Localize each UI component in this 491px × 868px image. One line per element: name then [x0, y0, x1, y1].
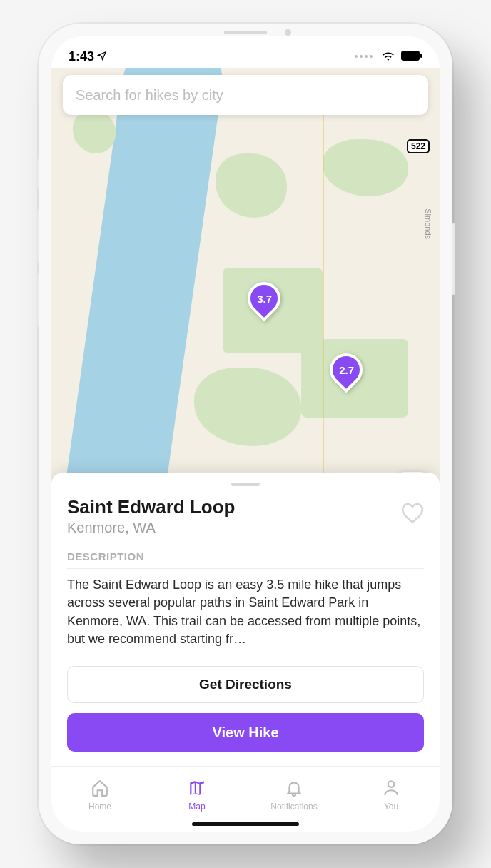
- status-time: 1:43: [69, 49, 94, 64]
- route-badge: 522: [407, 139, 430, 153]
- hike-detail-card[interactable]: Saint Edward Loop Kenmore, WA DESCRIPTIO…: [51, 473, 440, 766]
- more-dots-icon: [355, 55, 373, 58]
- svg-point-2: [388, 781, 395, 787]
- green-area: [73, 111, 116, 153]
- speaker-grille: [224, 31, 267, 34]
- home-indicator[interactable]: [192, 822, 299, 826]
- tab-label: Home: [88, 802, 111, 812]
- side-button: [36, 159, 39, 188]
- tab-label: Notifications: [270, 802, 317, 812]
- pin-rating: 2.7: [339, 364, 354, 376]
- tab-label: Map: [188, 802, 205, 812]
- drag-handle[interactable]: [231, 483, 260, 486]
- status-bar: 1:43: [51, 36, 440, 68]
- pin-rating: 3.7: [257, 293, 272, 305]
- road-line: [323, 96, 324, 496]
- location-arrow-icon: [97, 49, 107, 64]
- green-area: [216, 153, 287, 218]
- favorite-button[interactable]: [401, 496, 424, 526]
- view-hike-button[interactable]: View Hike: [67, 713, 424, 752]
- description-text: The Saint Edward Loop is an easy 3.5 mil…: [67, 576, 424, 649]
- green-area: [323, 139, 408, 196]
- search-container: [63, 75, 428, 115]
- wifi-icon: [381, 49, 395, 64]
- hike-title: Saint Edward Loop: [67, 496, 235, 518]
- get-directions-button[interactable]: Get Directions: [67, 666, 424, 703]
- tab-label: You: [384, 802, 398, 812]
- heart-icon: [401, 513, 424, 525]
- svg-rect-1: [420, 54, 422, 58]
- bell-icon: [285, 779, 303, 799]
- volume-up-button: [36, 209, 39, 263]
- tab-you[interactable]: You: [343, 767, 440, 823]
- svg-rect-0: [401, 51, 420, 61]
- front-camera: [285, 29, 291, 36]
- device-frame: 1:43: [39, 24, 452, 844]
- description-heading: DESCRIPTION: [67, 550, 424, 569]
- user-icon: [382, 779, 400, 799]
- hike-location: Kenmore, WA: [67, 520, 235, 536]
- road-label: Simonds: [424, 208, 432, 239]
- volume-down-button: [36, 273, 39, 327]
- tab-home[interactable]: Home: [51, 767, 148, 823]
- search-input[interactable]: [63, 75, 428, 115]
- tab-map[interactable]: Map: [148, 767, 246, 823]
- screen: 1:43: [51, 36, 440, 832]
- home-icon: [91, 779, 109, 799]
- battery-icon: [401, 49, 422, 64]
- green-area: [194, 368, 301, 446]
- map-icon: [188, 779, 206, 799]
- tab-notifications[interactable]: Notifications: [246, 767, 343, 823]
- power-button: [452, 223, 455, 295]
